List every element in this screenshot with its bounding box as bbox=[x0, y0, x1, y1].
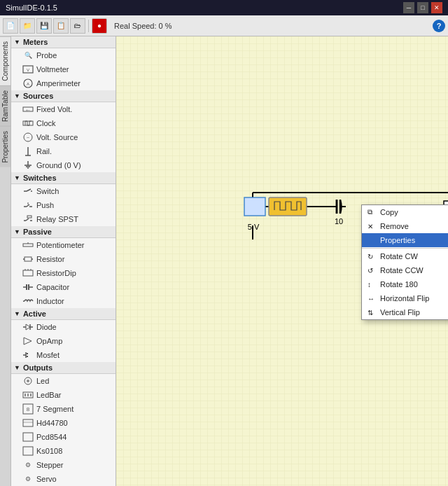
properties-label: Properties bbox=[380, 236, 415, 244]
canvas-area[interactable]: 5 V 10 15 kΩ bbox=[116, 36, 448, 486]
remove-label: Remove bbox=[380, 222, 409, 230]
components-tab[interactable]: Components bbox=[0, 36, 10, 85]
svg-marker-44 bbox=[24, 338, 31, 345]
sidebar-item-resistor[interactable]: Resistor bbox=[11, 252, 115, 266]
save-as-button[interactable]: 📋 bbox=[53, 18, 69, 34]
inductor-icon bbox=[22, 296, 34, 307]
svg-text:8: 8 bbox=[27, 406, 30, 412]
svg-text:10: 10 bbox=[335, 217, 343, 225]
help-button[interactable]: ? bbox=[433, 20, 445, 32]
sidebar-item-stepper[interactable]: ⚙ Stepper bbox=[11, 458, 115, 472]
new-button[interactable]: 📄 bbox=[3, 18, 18, 34]
switches-section[interactable]: ▼ Switches bbox=[11, 172, 115, 184]
open-button[interactable]: 📁 bbox=[20, 18, 35, 34]
outputs-section[interactable]: ▼ Outputs bbox=[11, 362, 115, 374]
context-rotate-ccw[interactable]: ↺ Rotate CCW bbox=[362, 263, 448, 277]
meters-arrow: ▼ bbox=[14, 39, 20, 46]
context-remove[interactable]: ✕ Remove bbox=[362, 219, 448, 233]
sidebar-item-volt-source[interactable]: ~ Volt. Source bbox=[11, 130, 115, 144]
meters-label: Meters bbox=[23, 38, 48, 46]
save-button[interactable]: 💾 bbox=[36, 18, 52, 34]
minimize-button[interactable]: ─ bbox=[403, 2, 414, 13]
titlebar-controls: ─ □ ✕ bbox=[403, 2, 442, 13]
svg-marker-41 bbox=[26, 324, 30, 330]
sources-section[interactable]: ▼ Sources bbox=[11, 90, 115, 102]
voltmeter-icon: V bbox=[22, 64, 34, 75]
maximize-button[interactable]: □ bbox=[417, 2, 428, 13]
sidebar-item-switch[interactable]: Switch bbox=[11, 184, 115, 198]
ramtable-tab[interactable]: RamTable bbox=[0, 85, 10, 126]
sidebar-item-resistordip[interactable]: ResistorDip bbox=[11, 266, 115, 280]
sidebar-item-rail[interactable]: Rail. bbox=[11, 144, 115, 158]
sidebar-item-mosfet[interactable]: Mosfet bbox=[11, 348, 115, 362]
rail-label: Rail. bbox=[36, 147, 52, 155]
context-rotate-180[interactable]: ↕ Rotate 180 bbox=[362, 277, 448, 291]
passive-section[interactable]: ▼ Passive bbox=[11, 226, 115, 238]
switch-label: Switch bbox=[36, 187, 59, 195]
amperimeter-label: Amperimeter bbox=[36, 79, 80, 88]
sidebar-item-probe[interactable]: 🔍 Probe bbox=[11, 48, 115, 62]
ground-label: Ground (0 V) bbox=[36, 161, 81, 169]
svg-rect-54 bbox=[30, 394, 31, 396]
toolbar: 📄 📁 💾 📋 🗁 ● Real Speed: 0 % ? bbox=[0, 15, 448, 36]
sidebar-item-ground[interactable]: Ground (0 V) bbox=[11, 158, 115, 172]
7seg-icon: 8 bbox=[22, 403, 34, 415]
context-hflip[interactable]: ↔ Horizontal Flip bbox=[362, 291, 448, 305]
7segment-label: 7 Segment bbox=[36, 405, 74, 413]
active-arrow: ▼ bbox=[14, 310, 20, 317]
passive-label: Passive bbox=[23, 228, 52, 236]
sidebar-item-ledbar[interactable]: LedBar bbox=[11, 388, 115, 402]
sidebar-item-diode[interactable]: Diode bbox=[11, 320, 115, 334]
sidebar-item-servo[interactable]: ⚙ Servo bbox=[11, 472, 115, 486]
sidebar-item-capacitor[interactable]: Capacitor bbox=[11, 280, 115, 294]
vflip-icon: ⇅ bbox=[368, 309, 376, 317]
hd44780-label: Hd44780 bbox=[36, 419, 68, 427]
sidebar-item-potentiometer[interactable]: Potentiometer bbox=[11, 238, 115, 252]
sidebar-item-led[interactable]: Led bbox=[11, 374, 115, 388]
active-section[interactable]: ▼ Active bbox=[11, 308, 115, 320]
svg-rect-26 bbox=[23, 244, 33, 247]
close-button[interactable]: ✕ bbox=[431, 2, 442, 13]
servo-icon: ⚙ bbox=[22, 473, 34, 485]
sidebar-item-relay-spst[interactable]: Relay SPST bbox=[11, 212, 115, 226]
resistor-label: Resistor bbox=[36, 255, 64, 263]
context-menu: ⧉ Copy ✕ Remove Properties ↻ Rotate CW ↺… bbox=[361, 204, 448, 320]
ground-icon bbox=[22, 160, 34, 171]
sidebar-item-clock[interactable]: Clock bbox=[11, 116, 115, 130]
svg-line-19 bbox=[27, 204, 29, 207]
mosfet-label: Mosfet bbox=[36, 351, 59, 359]
sidebar-item-inductor[interactable]: Inductor bbox=[11, 294, 115, 308]
svg-line-16 bbox=[27, 189, 31, 191]
diode-label: Diode bbox=[36, 323, 57, 331]
record-button[interactable]: ● bbox=[92, 18, 107, 34]
sidebar-item-push[interactable]: Push bbox=[11, 198, 115, 212]
sidebar-item-pcd8544[interactable]: Pcd8544 bbox=[11, 430, 115, 444]
sidebar-item-hd44780[interactable]: Hd44780 bbox=[11, 416, 115, 430]
resistordip-label: ResistorDip bbox=[36, 269, 76, 277]
sidebar-item-ks0108[interactable]: Ks0108 bbox=[11, 444, 115, 458]
switches-arrow: ▼ bbox=[14, 174, 20, 181]
sidebar-item-7segment[interactable]: 8 7 Segment bbox=[11, 402, 115, 416]
sidebar-item-amperimeter[interactable]: A Amperimeter bbox=[11, 76, 115, 90]
rotate-180-label: Rotate 180 bbox=[380, 280, 418, 289]
push-label: Push bbox=[36, 201, 54, 209]
svg-rect-53 bbox=[27, 394, 29, 396]
ks0108-icon bbox=[22, 445, 34, 457]
diode-icon bbox=[22, 321, 34, 333]
context-rotate-cw[interactable]: ↻ Rotate CW bbox=[362, 249, 448, 263]
switches-label: Switches bbox=[23, 174, 57, 182]
meters-section[interactable]: ▼ Meters bbox=[11, 36, 115, 48]
properties-tab[interactable]: Properties bbox=[0, 126, 10, 167]
context-properties[interactable]: Properties bbox=[362, 233, 448, 247]
sidebar-item-fixed-volt[interactable]: +− Fixed Volt. bbox=[11, 102, 115, 116]
resistordip-icon bbox=[22, 268, 34, 279]
svg-text:A: A bbox=[27, 82, 29, 86]
context-vflip[interactable]: ⇅ Vertical Flip bbox=[362, 305, 448, 319]
switch-icon bbox=[22, 186, 34, 197]
rotate-ccw-icon: ↺ bbox=[368, 267, 376, 275]
sidebar-item-opamp[interactable]: OpAmp bbox=[11, 334, 115, 348]
open-folder-button[interactable]: 🗁 bbox=[70, 18, 85, 34]
sidebar-item-voltmeter[interactable]: V Voltmeter bbox=[11, 62, 115, 76]
context-copy[interactable]: ⧉ Copy bbox=[362, 205, 448, 219]
sidebar: ▼ Meters 🔍 Probe V Voltmeter A Amperimet… bbox=[11, 36, 116, 486]
